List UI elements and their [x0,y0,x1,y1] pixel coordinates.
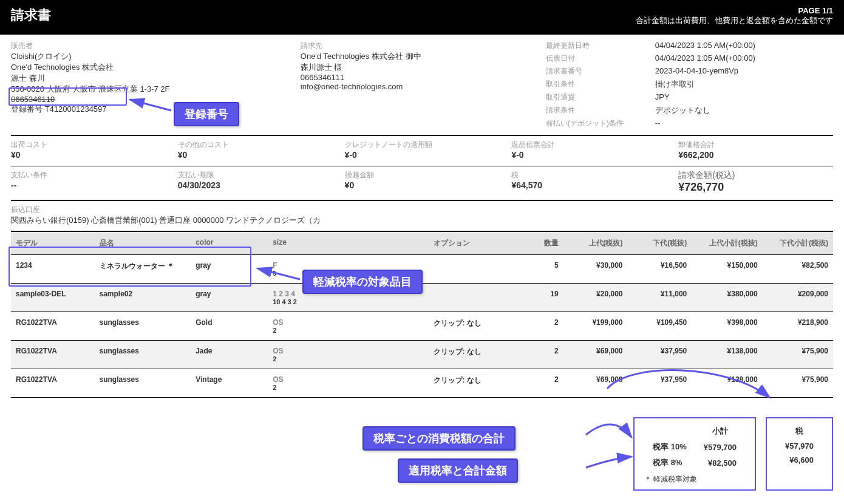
carry-lbl: 繰越金額 [345,170,500,180]
col-costsub: 下代小計(税抜) [763,231,833,255]
cell-cost: ¥16,500 [628,255,692,284]
credit-lbl: クレジットノートの適用額 [345,140,500,150]
cell-name: sunglasses [95,369,191,398]
credit-val: ¥-0 [345,150,500,160]
divider [11,135,833,136]
meta-updated-lbl: 最終更新日時 [546,41,655,51]
cell-listsub: ¥398,000 [692,312,762,341]
cell-qty: 2 [525,312,563,341]
rate8-lbl: 税率 8% [644,455,695,471]
items-table: モデル 品名 color size オプション 数量 上代(税抜) 下代(税抜)… [11,231,833,398]
tax-note: ＊ 軽減税率対象 [644,474,745,485]
divider [11,166,833,166]
cell-qty: 5 [525,255,563,284]
cell-cost: ¥11,000 [628,284,692,312]
payterms-lbl: 支払い条件 [11,170,166,180]
rate8-sub: ¥82,500 [695,455,745,471]
return-lbl: 返品伝票合計 [511,140,666,150]
cell-list: ¥69,000 [563,369,628,398]
cell-cost: ¥109,450 [628,312,692,341]
bank-section: 振込口座 関西みらい銀行(0159) 心斎橋営業部(001) 普通口座 0000… [11,205,833,226]
meta-slip-lbl: 伝票日付 [546,53,655,64]
header-meta: PAGE 1/1 合計金額は出荷費用、他費用と返金額を含めた金額です [636,6,833,26]
seller-address: 556-0020 大阪府 大阪市 浪速区立葉 1-3-7 2F [11,84,276,95]
meta-cur: JPY [655,92,833,103]
callout-regno: 登録番号 [174,102,239,126]
cell-listsub: ¥380,000 [692,284,762,312]
cell-color: gray [191,255,268,284]
seller-company: One'd Technologies 株式会社 [11,62,276,73]
billto-email: info@oned-technologies.com [301,82,522,91]
cell-model: RG1022TVA [11,341,95,369]
table-row: RG1022TVAsunglassesJadeOS2クリップ: なし2¥69,0… [11,341,833,369]
billto-person: 森川源士 様 [301,62,522,73]
seller-name: Cloishi(クロイシ) [11,51,276,62]
cell-name: sunglasses [95,312,191,341]
cell-option [429,255,525,284]
paytax-val: ¥64,570 [511,180,666,190]
whole-lbl: 卸価格合計 [678,140,833,150]
cell-model: RG1022TVA [11,312,95,341]
bank-lbl: 振込口座 [11,205,833,215]
callout-reduced: 軽減税率の対象品目 [302,270,423,294]
ship-lbl: 出荷コスト [11,140,166,150]
cell-list: ¥69,000 [563,341,628,369]
payment-row: 支払い条件-- 支払い期限04/30/2023 繰越金額¥0 税¥64,570 … [11,170,833,194]
seller-label: 販売者 [11,41,276,51]
cell-name: sunglasses [95,341,191,369]
cell-model: 1234 [11,255,95,284]
meta-invno-lbl: 請求書番号 [546,66,655,77]
meta-slip: 04/04/2023 1:05 AM(+00:00) [655,53,833,64]
rate8-tax: ¥6,600 [777,453,822,467]
callout-taxsum: 税率ごとの消費税額の合計 [362,426,516,451]
cell-color: gray [191,284,268,312]
cell-qty: 2 [525,341,563,369]
col-name: 品名 [95,231,191,255]
col-listsub: 上代小計(税抜) [692,231,762,255]
meta-prepay: -- [655,118,833,129]
cell-cost: ¥37,950 [628,341,692,369]
due-lbl: 支払い期限 [178,170,333,180]
ship-val: ¥0 [11,150,166,160]
payterms-val: -- [11,180,166,190]
bank-info: 関西みらい銀行(0159) 心斎橋営業部(001) 普通口座 0000000 ワ… [11,215,833,226]
billto-phone: 0665346111 [301,73,522,82]
col-color: color [191,231,268,255]
meta-updated: 04/04/2023 1:05 AM(+00:00) [655,41,833,51]
meta-block: 最終更新日時04/04/2023 1:05 AM(+00:00) 伝票日付04/… [546,41,833,129]
cell-model: RG1022TVA [11,369,95,398]
divider [11,200,833,201]
table-row: RG1022TVAsunglassesVintageOS2クリップ: なし2¥6… [11,369,833,398]
billto-label: 請求先 [301,41,522,51]
meta-terms-lbl: 取引条件 [546,79,655,90]
cell-listsub: ¥138,000 [692,341,762,369]
other-lbl: その他のコスト [178,140,333,150]
cell-listsub: ¥150,000 [692,255,762,284]
reg-number: T4120001234597 [45,104,107,114]
tax-amount-box: 税 ¥57,970 ¥6,600 [766,417,833,491]
header-note: 合計金額は出荷費用、他費用と返金額を含めた金額です [636,15,833,26]
cell-costsub: ¥209,000 [763,284,833,312]
paytax-lbl: 税 [511,170,666,180]
col-model: モデル [11,231,95,255]
carry-val: ¥0 [345,180,500,190]
cell-costsub: ¥218,900 [763,312,833,341]
cell-option: クリップ: なし [429,369,525,398]
cell-color: Gold [191,312,268,341]
meta-terms: 掛け率取引 [655,79,833,90]
billto-block: 請求先 One'd Technologies 株式会社 御中 森川源士 様 06… [301,41,522,129]
whole-val: ¥662,200 [678,150,833,160]
cell-option: クリップ: なし [429,341,525,369]
cell-color: Vintage [191,369,268,398]
tax-sub-lbl: 小計 [695,423,745,439]
cell-list: ¥199,000 [563,312,628,341]
page-title: 請求書 [11,6,51,24]
cell-listsub: ¥138,000 [692,369,762,398]
other-val: ¥0 [178,150,333,160]
callout-ratesum: 適用税率と合計金額 [398,458,518,483]
table-row: RG1022TVAsunglassesGoldOS2クリップ: なし2¥199,… [11,312,833,341]
due-val: 04/30/2023 [178,180,333,190]
invoice-header: 請求書 PAGE 1/1 合計金額は出荷費用、他費用と返金額を含めた金額です [0,0,844,35]
col-list: 上代(税抜) [563,231,628,255]
cell-size: OS2 [268,341,428,369]
